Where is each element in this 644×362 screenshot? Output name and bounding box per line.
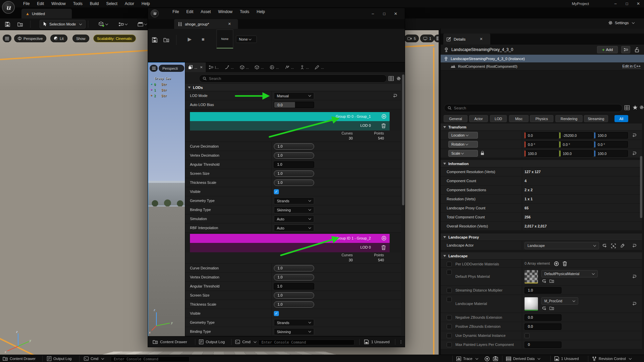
asset-thumbnail[interactable] — [525, 297, 538, 311]
save-button[interactable] — [3, 20, 11, 28]
minimize-button[interactable]: – — [610, 1, 621, 6]
groom-cmd-dropdown[interactable]: Cmd — [235, 337, 256, 347]
groom-panel-tab-0[interactable]: ...✕ — [185, 62, 206, 72]
settings-dropdown[interactable]: Settings — [608, 20, 635, 25]
slider-field[interactable]: 1.0 — [274, 152, 314, 159]
transform-axis-dropdown[interactable]: Rotation — [448, 141, 478, 148]
menu-tools[interactable]: Tools — [69, 0, 86, 7]
browse-asset-icon[interactable] — [549, 279, 554, 283]
console-field[interactable] — [111, 356, 190, 362]
slider-field[interactable]: 1.0 — [274, 292, 314, 299]
transform-axis-dropdown[interactable]: Scale — [448, 150, 478, 157]
auto-lod-bias-slider[interactable]: 0.0 — [274, 102, 314, 108]
section-header-landscape-proxy[interactable]: Landscape Proxy — [441, 234, 642, 241]
vector-vx-field[interactable]: 0.0 — [525, 132, 558, 139]
groom-panel-tab-4[interactable]: ... — [252, 62, 267, 72]
lod-view-options-button[interactable] — [389, 76, 394, 81]
group-header-bar[interactable]: Group ID 0 - Group_1 — [190, 112, 390, 121]
reset-icon[interactable] — [632, 151, 636, 155]
number-field[interactable]: 0.0 — [525, 314, 561, 321]
details-tab[interactable]: Details ✕ — [443, 34, 490, 45]
override-checkbox[interactable] — [447, 270, 452, 275]
groom-menu-edit[interactable]: Edit — [183, 8, 197, 15]
landscape-actor-dropdown[interactable]: Landscape — [525, 242, 599, 249]
menu-edit[interactable]: Edit — [33, 0, 48, 7]
lod-settings-button[interactable] — [396, 76, 401, 81]
unsaved-button[interactable]: * 1 Unsaved — [554, 355, 579, 362]
groom-panel-tab-5[interactable]: ... — [267, 62, 282, 72]
groom-unsaved-button[interactable]: * 1 Unsaved — [364, 337, 390, 347]
details-view-options-button[interactable] — [625, 105, 630, 110]
add-element-icon[interactable] — [554, 261, 559, 266]
vector-vz-field[interactable]: 0.0 ° — [594, 141, 628, 148]
override-checkbox[interactable] — [447, 333, 452, 338]
menu-build[interactable]: Build — [86, 0, 103, 7]
dropdown[interactable]: Auto — [274, 215, 314, 222]
output-log-button[interactable]: Output Log — [47, 355, 71, 362]
vector-vz-field[interactable]: 100.0 — [594, 132, 628, 139]
quick-add-button[interactable] — [96, 20, 111, 28]
dropdown[interactable]: Strands — [274, 197, 314, 204]
number-field[interactable]: 0.0 — [525, 323, 561, 330]
checkbox[interactable] — [525, 333, 530, 338]
details-scrollbar[interactable] — [640, 156, 642, 218]
groom-menu-file[interactable]: File — [169, 8, 183, 15]
slider-field[interactable]: 1.0 — [274, 143, 314, 150]
groom-maximize-button[interactable]: □ — [379, 11, 390, 16]
lit-mode-button[interactable]: Lit — [50, 35, 67, 42]
groom-menu-window[interactable]: Window — [214, 8, 236, 15]
blueprints-button[interactable] — [115, 20, 130, 28]
maximize-button[interactable]: □ — [621, 1, 633, 6]
camera-speed-button[interactable]: 5 — [404, 35, 419, 42]
preview-mesh-thumbnail[interactable]: None — [216, 30, 233, 49]
vector-vy-field[interactable]: 100.0 — [559, 150, 593, 157]
browse-content-button[interactable] — [16, 20, 24, 28]
close-button[interactable]: ✕ — [633, 1, 644, 6]
override-checkbox[interactable] — [447, 262, 452, 267]
groom-console-input[interactable] — [258, 340, 354, 345]
dropdown[interactable]: Auto — [274, 224, 314, 231]
groom-panel-tab-6[interactable]: ... — [282, 62, 297, 72]
filter-lod[interactable]: LOD — [490, 115, 507, 122]
groom-panel-tab-2[interactable]: ... — [222, 62, 237, 72]
play-simulation-button[interactable]: ▶ — [186, 36, 194, 43]
section-header-lods[interactable]: LODs — [185, 84, 401, 91]
groom-panel-tab-8[interactable]: ... — [312, 62, 327, 72]
number-field[interactable]: 1.0 — [525, 287, 561, 294]
checkbox[interactable]: ✓ — [274, 189, 279, 194]
insights-button[interactable] — [485, 355, 490, 362]
section-header-transform[interactable]: Transform — [441, 123, 642, 131]
groom-asset-tab[interactable]: ahoge_group* ✕ — [174, 19, 238, 29]
reset-icon[interactable] — [632, 133, 636, 137]
override-checkbox[interactable] — [447, 288, 452, 293]
number-field[interactable]: 1.0 — [274, 283, 314, 290]
lock-details-button[interactable] — [635, 47, 639, 52]
asset-dropdown[interactable]: M_ProcGrid — [541, 297, 578, 305]
reset-icon[interactable] — [632, 302, 636, 306]
filter-physics[interactable]: Physics — [530, 115, 553, 122]
groom-console-field[interactable] — [258, 339, 354, 345]
asset-dropdown[interactable]: DefaultPhysicalMaterial — [541, 270, 598, 277]
groom-output-log-button[interactable]: Output Log — [199, 337, 225, 347]
stop-simulation-button[interactable]: ■ — [199, 36, 207, 43]
override-checkbox[interactable] — [447, 342, 452, 347]
scalability-warning-badge[interactable]: Scalability: Cinematic — [93, 35, 136, 42]
dropdown[interactable]: Skinning — [274, 328, 314, 335]
derived-data-dropdown[interactable]: Derived Data — [506, 355, 540, 362]
slider-field[interactable]: 1.0 — [274, 170, 314, 177]
blueprint-edit-button[interactable] — [621, 46, 630, 53]
root-component-row[interactable]: RootComponent (RootComponent0) Edit in C… — [441, 62, 644, 70]
filter-general[interactable]: General — [444, 115, 467, 122]
section-header-information[interactable]: Information — [441, 160, 642, 167]
groom-panel-tab-3[interactable]: ... — [237, 62, 252, 72]
vector-vx-field[interactable]: 0.0 ° — [525, 141, 558, 148]
lod-scrollbar[interactable] — [402, 74, 404, 205]
slider-field[interactable]: 1.0 — [274, 179, 314, 186]
dropdown[interactable]: Skinning — [274, 206, 314, 213]
lod-mode-dropdown[interactable]: Manual — [274, 92, 314, 99]
groom-panel-tab-1[interactable]: I... — [206, 62, 222, 72]
menu-actor[interactable]: Actor — [121, 0, 138, 7]
details-search[interactable] — [444, 104, 623, 112]
menu-help[interactable]: Help — [138, 0, 154, 7]
asset-thumbnail[interactable] — [525, 270, 538, 283]
